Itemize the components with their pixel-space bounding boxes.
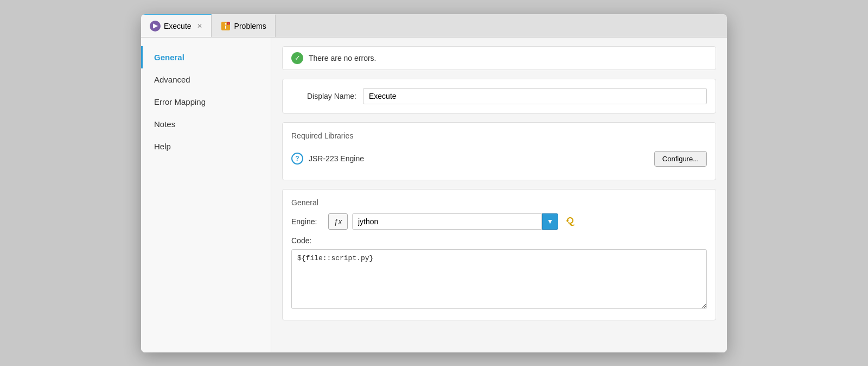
configure-button[interactable]: Configure...	[654, 151, 707, 167]
tab-close-button[interactable]: ✕	[197, 22, 202, 30]
engine-select-wrapper: ▼	[352, 213, 558, 230]
required-libraries-header: Required Libraries	[291, 131, 707, 140]
general-section-header: General	[291, 198, 707, 207]
general-section: General Engine: ƒx ▼ Code:	[282, 189, 716, 320]
display-name-row: Display Name:	[291, 88, 707, 104]
display-name-input[interactable]	[363, 88, 707, 104]
svg-rect-2	[225, 26, 226, 29]
sidebar: General Advanced Error Mapping Notes Hel…	[141, 37, 271, 352]
tab-bar: ▶ Execute ✕ ! Problems	[141, 14, 727, 37]
sidebar-item-error-mapping[interactable]: Error Mapping	[141, 91, 271, 113]
main-panel: ✓ There are no errors. Display Name: Req…	[271, 37, 727, 352]
sidebar-item-notes[interactable]: Notes	[141, 113, 271, 135]
library-row: ? JSR-223 Engine Configure...	[291, 147, 707, 171]
no-errors-message: There are no errors.	[309, 54, 376, 62]
sidebar-item-general[interactable]: General	[141, 46, 271, 68]
tab-problems[interactable]: ! Problems	[212, 14, 276, 37]
execute-icon: ▶	[150, 21, 161, 31]
problems-icon: !	[220, 21, 231, 31]
display-name-label: Display Name:	[291, 92, 356, 100]
tab-problems-label: Problems	[234, 22, 266, 30]
check-icon: ✓	[291, 52, 303, 64]
display-name-section: Display Name:	[282, 79, 716, 113]
code-label: Code:	[291, 236, 707, 245]
fx-button[interactable]: ƒx	[328, 213, 348, 230]
required-libraries-section: Required Libraries ? JSR-223 Engine Conf…	[282, 122, 716, 180]
engine-row: Engine: ƒx ▼	[291, 213, 707, 230]
refresh-icon[interactable]	[563, 214, 578, 229]
engine-input[interactable]	[352, 213, 542, 230]
main-window: ▶ Execute ✕ ! Problems General	[141, 14, 727, 352]
tab-execute[interactable]: ▶ Execute ✕	[141, 14, 212, 37]
svg-point-1	[225, 23, 226, 24]
code-textarea[interactable]: ${file::script.py}	[291, 249, 707, 309]
sidebar-item-help[interactable]: Help	[141, 135, 271, 157]
engine-label: Engine:	[291, 217, 324, 226]
library-name: JSR-223 Engine	[309, 154, 649, 163]
no-errors-banner: ✓ There are no errors.	[282, 46, 716, 70]
content-area: General Advanced Error Mapping Notes Hel…	[141, 37, 727, 352]
sidebar-item-advanced[interactable]: Advanced	[141, 68, 271, 91]
tab-execute-label: Execute	[164, 22, 192, 30]
library-icon: ?	[291, 153, 303, 165]
engine-dropdown-button[interactable]: ▼	[542, 213, 558, 230]
